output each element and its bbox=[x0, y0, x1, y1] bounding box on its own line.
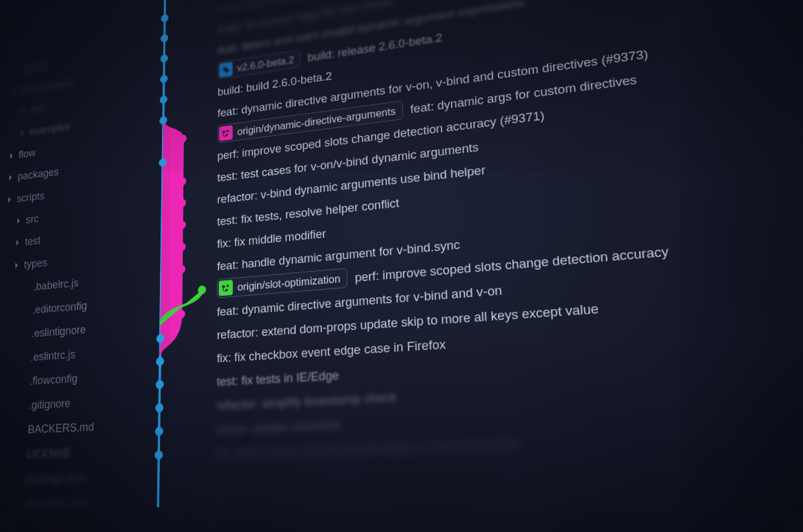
tree-file[interactable]: LICENSE bbox=[0, 438, 147, 468]
tree-file[interactable]: package.json bbox=[0, 463, 146, 493]
tag-icon bbox=[219, 62, 233, 78]
tree-item-label: .gitignore bbox=[28, 391, 71, 418]
svg-point-20 bbox=[155, 427, 163, 436]
svg-point-2 bbox=[161, 34, 168, 43]
svg-point-1 bbox=[161, 14, 168, 23]
branch-icon bbox=[219, 125, 232, 141]
chevron-right-icon bbox=[14, 39, 20, 60]
commit-graph bbox=[143, 0, 217, 532]
chevron-right-icon bbox=[20, 122, 26, 144]
chevron-right-icon bbox=[16, 209, 22, 232]
commit-list: build: build 2.6.0-beta.2build: fix feat… bbox=[216, 0, 803, 532]
svg-point-14 bbox=[198, 286, 205, 294]
commit-message: test: fix tests in IE/Edge bbox=[217, 368, 339, 387]
tree-item-label: BACKERS.md bbox=[27, 415, 94, 442]
chevron-right-icon bbox=[9, 145, 15, 167]
tree-item-label: .babelrc.js bbox=[33, 272, 79, 299]
chevron-right-icon bbox=[21, 100, 27, 122]
commit-message: refactor: simplify timestamp check bbox=[217, 390, 397, 412]
ref-label: v2.6.0-beta.2 bbox=[237, 54, 294, 73]
ref-label: origin/slot-optimization bbox=[238, 273, 341, 292]
svg-point-17 bbox=[157, 357, 164, 366]
tree-file[interactable]: README.md bbox=[0, 489, 145, 517]
commit-message: chore: update comment bbox=[217, 418, 341, 436]
branch-icon bbox=[219, 280, 233, 296]
chevron-right-icon bbox=[24, 288, 29, 288]
tree-item-label: src bbox=[25, 207, 39, 232]
svg-point-4 bbox=[161, 75, 168, 84]
tree-item-label: README.md bbox=[25, 491, 88, 517]
svg-point-21 bbox=[155, 450, 163, 459]
tree-item-label: .eslintignore bbox=[31, 318, 86, 345]
tree-item-label: package.json bbox=[25, 465, 87, 492]
svg-point-3 bbox=[161, 54, 168, 63]
tree-item-label: .flowconfig bbox=[29, 367, 78, 393]
svg-point-6 bbox=[160, 116, 167, 125]
chevron-right-icon bbox=[12, 80, 18, 102]
svg-point-18 bbox=[156, 380, 163, 389]
chevron-right-icon bbox=[15, 254, 21, 278]
tree-item-label: dist bbox=[30, 98, 46, 121]
chevron-right-icon bbox=[15, 232, 21, 255]
svg-point-5 bbox=[160, 96, 167, 104]
svg-point-16 bbox=[157, 334, 164, 343]
chevron-right-icon bbox=[7, 188, 13, 211]
file-tree: githubbenchmarksdistexamplesflowpackages… bbox=[0, 10, 153, 532]
svg-point-19 bbox=[156, 404, 163, 412]
tree-item-label: flow bbox=[18, 142, 36, 166]
chevron-right-icon bbox=[8, 167, 14, 189]
tree-item-label: .eslintrc.js bbox=[30, 343, 76, 369]
tree-item-label: LICENSE bbox=[26, 440, 71, 466]
tree-item-label: scripts bbox=[16, 185, 45, 210]
svg-point-15 bbox=[177, 310, 185, 319]
chevron-right-icon bbox=[23, 311, 29, 311]
tree-item-label: types bbox=[23, 252, 48, 277]
chevron-right-icon bbox=[21, 358, 27, 359]
tree-item-label: test bbox=[25, 230, 41, 254]
chevron-right-icon bbox=[22, 334, 27, 335]
commit-message: fix: async edge case fix should apply to… bbox=[217, 436, 520, 460]
chevron-right-icon bbox=[13, 60, 19, 82]
